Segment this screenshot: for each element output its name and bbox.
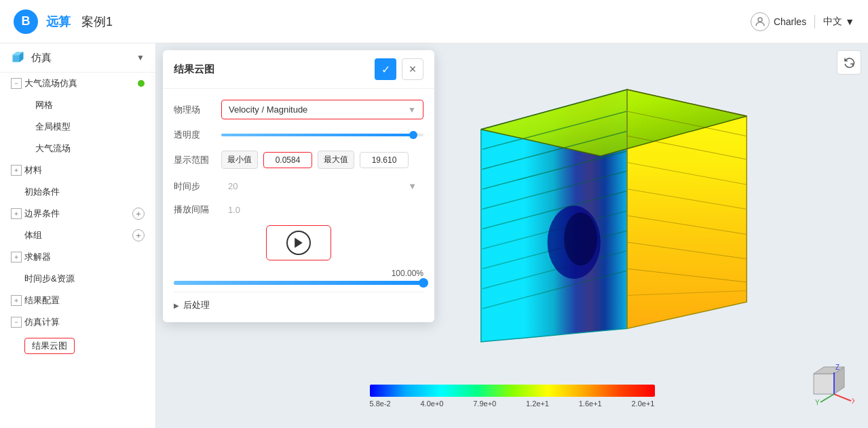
expand-icon: ＋ [11,252,22,262]
physics-select-wrapper: Velocity / Magnitude ▼ [221,100,423,119]
svg-text:Z: Z [835,364,839,371]
expand-icon: － [11,317,22,328]
post-processing-header[interactable]: ▶ 后处理 [174,299,423,311]
tree-label: 大气流场仿真 [24,77,138,90]
tree-item-result-cloud[interactable]: 结果云图 [0,333,155,359]
interval-label: 播放间隔 [174,203,221,216]
confirm-button[interactable]: ✓ [375,58,396,80]
physics-select[interactable]: Velocity / Magnitude ▼ [221,100,423,119]
user-avatar-icon [751,12,770,31]
play-button-wrap [174,225,423,260]
post-label: 后处理 [183,299,210,311]
expand-icon: ＋ [11,165,22,176]
timestep-select[interactable]: 20 ▼ [221,178,423,194]
tree-label: 结果配置 [24,294,145,307]
colorbar-label-3: 1.2e+1 [526,400,549,408]
close-button[interactable]: × [402,58,423,80]
tree-item-atm-field[interactable]: 大气流场 [0,138,155,159]
colorbar: 5.8e-2 4.0e+0 7.9e+0 1.2e+1 1.6e+1 2.0e+… [370,385,655,408]
expand-icon: － [11,78,22,89]
tree-item-sim-calc[interactable]: － 仿真计算 [0,311,155,333]
cube-icon [11,50,26,65]
progress-track [174,281,423,285]
refresh-button[interactable] [837,50,861,75]
min-value-input[interactable] [263,152,312,168]
app-name: 远算 [46,14,71,30]
interval-row: 播放间隔 1.0 [174,203,423,216]
tree-item-result-config[interactable]: ＋ 结果配置 [0,290,155,311]
play-button[interactable] [266,225,331,260]
physics-dropdown-icon: ▼ [408,105,416,115]
tree-label: 全局模型 [35,121,145,133]
sidebar-header-left: 仿真 [11,50,52,65]
header-left: B 远算 案例1 [14,9,113,34]
tree-label: 大气流场 [35,142,145,155]
max-value-input[interactable] [360,152,409,168]
add-body-group-icon[interactable]: ＋ [132,229,145,241]
opacity-thumb[interactable] [409,131,417,139]
svg-point-25 [564,212,597,265]
tree-item-body-group[interactable]: 体组 ＋ [0,225,155,246]
range-inputs: 最小值 最大值 [221,151,423,169]
result-cloud-modal: 结果云图 ✓ × 物理场 Velocity / Magnitude [163,50,434,322]
colorbar-label-0: 5.8e-2 [370,400,391,408]
user-info: Charles [751,12,806,31]
tree-label: 初始条件 [24,186,145,198]
progress-fill [174,281,423,285]
tree-item-boundary[interactable]: ＋ 边界条件 ＋ [0,203,155,225]
physics-field-row: 物理场 Velocity / Magnitude ▼ [174,100,423,119]
svg-text:Y: Y [815,399,820,406]
tree-label: 结果云图 [32,341,67,351]
post-expand-icon: ▶ [174,302,179,309]
physics-value: Velocity / Magnitude [229,104,307,115]
timestep-dropdown-icon: ▼ [408,181,417,191]
svg-rect-1 [13,55,20,62]
tree-label: 体组 [24,229,132,241]
sidebar-title: 仿真 [31,52,52,64]
svg-marker-38 [295,238,303,248]
tree-item-atm-flow[interactable]: － 大气流场仿真 [0,73,155,94]
colorbar-label-2: 7.9e+0 [473,400,496,408]
modal-header-buttons: ✓ × [375,58,423,80]
tree-label: 求解器 [24,251,145,263]
3d-viewport [441,71,787,360]
opacity-track [221,134,423,136]
lang-arrow-icon: ▼ [845,16,854,27]
min-label: 最小值 [221,151,258,169]
header-divider [814,15,815,28]
colorbar-labels: 5.8e-2 4.0e+0 7.9e+0 1.2e+1 1.6e+1 2.0e+… [370,400,655,408]
svg-line-32 [834,394,851,401]
viewport-content: 5.8e-2 4.0e+0 7.9e+0 1.2e+1 1.6e+1 2.0e+… [156,43,868,428]
sidebar-collapse-icon[interactable]: ▼ [136,53,145,62]
progress-section: 100.00% [174,269,423,285]
tree-item-global-model[interactable]: 全局模型 [0,116,155,138]
tree-label: 仿真计算 [24,316,145,328]
tree-item-mesh[interactable]: 网格 [0,94,155,116]
status-ok-icon [138,80,145,87]
tree-item-init-cond[interactable]: 初始条件 [0,181,155,203]
opacity-row: 透明度 [174,129,423,141]
timestep-row: 时间步 20 ▼ [174,178,423,194]
tree-item-solver[interactable]: ＋ 求解器 [0,246,155,268]
colorbar-label-1: 4.0e+0 [421,400,444,408]
interval-value-wrapper: 1.0 [221,203,423,216]
timestep-select-wrapper: 20 ▼ [221,178,423,194]
expand-icon: ＋ [11,295,22,306]
max-label: 最大值 [318,151,354,169]
progress-thumb[interactable] [419,278,428,288]
colorbar-gradient [370,385,655,397]
main-layout: 仿真 ▼ － 大气流场仿真 网格 全局模型 大气流场 ＋ 材料 初始条件 [0,43,868,428]
interval-value: 1.0 [221,205,240,215]
result-cloud-selected-box[interactable]: 结果云图 [24,338,75,354]
progress-label: 100.00% [174,269,423,278]
opacity-slider-wrapper [221,134,423,136]
sidebar-header: 仿真 ▼ [0,43,155,73]
header-right: Charles 中文 ▼ [751,12,854,31]
svg-rect-29 [814,374,834,394]
tree-item-timestep[interactable]: 时间步&资源 [0,268,155,290]
add-boundary-icon[interactable]: ＋ [132,208,145,220]
modal-title: 结果云图 [174,63,214,76]
axis-widget: X Y Z [800,360,854,414]
tree-item-material[interactable]: ＋ 材料 [0,159,155,181]
language-selector[interactable]: 中文 ▼ [823,16,854,28]
